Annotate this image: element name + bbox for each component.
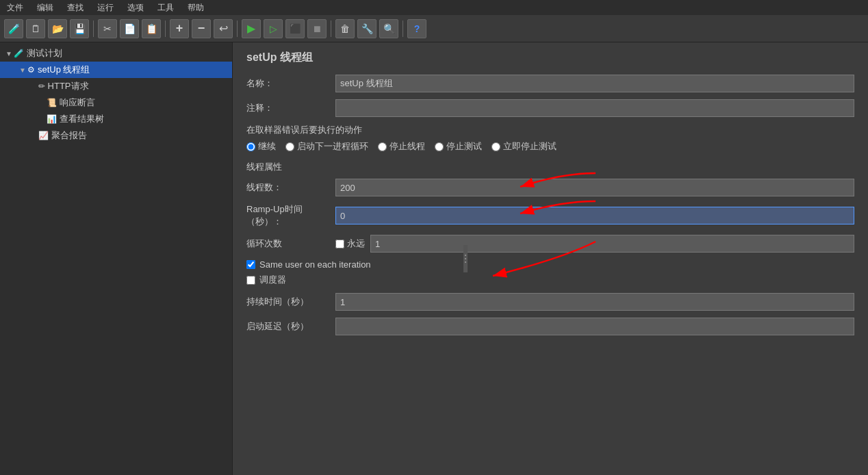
radio-continue[interactable]: 继续 [246,140,276,153]
error-action-radio-group: 继续 启动下一进程循环 停止线程 停止测试 立即停止测试 [246,140,854,153]
main-layout: ▼ 🧪 测试计划 ▼ ⚙ setUp 线程组 ✏ HTTP请求 📜 响应断言 📊… [0,42,868,475]
sep4 [331,21,331,37]
aggregate-report-icon: 📈 [38,131,49,140]
same-user-checkbox[interactable] [246,260,255,269]
error-action-label: 在取样器错误后要执行的动作 [246,124,854,136]
forever-checkbox-label[interactable]: 永远 [335,238,365,250]
duration-input[interactable] [335,293,854,311]
radio-stop-test-now-label: 立即停止测试 [503,140,557,153]
sidebar-resize-handle[interactable] [463,245,468,272]
name-input[interactable] [335,75,854,92]
help-button[interactable]: ? [407,19,426,38]
search-button[interactable]: 🔍 [379,19,398,38]
tree-arrow-aggregate [33,132,37,140]
radio-stop-thread-input[interactable] [378,142,387,151]
remove-button[interactable]: − [192,19,211,38]
thread-count-input[interactable] [335,179,854,196]
radio-stop-thread[interactable]: 停止线程 [378,140,425,153]
save-button[interactable]: 💾 [70,19,89,38]
add-button[interactable]: + [170,19,189,38]
ramp-up-input[interactable] [335,207,854,224]
sep2 [165,21,166,37]
menu-options[interactable]: 选项 [125,2,146,14]
ramp-up-row: Ramp-Up时间（秒）： [246,203,854,228]
clear-button[interactable]: 🗑 [335,19,355,38]
new-test-plan-button[interactable]: 🧪 [4,19,23,38]
startup-delay-input[interactable] [335,318,854,335]
loop-count-input[interactable] [370,235,854,253]
setup-group-icon: ⚙ [27,65,35,75]
sep3 [237,21,238,37]
content-area: setUp 线程组 名称： 注释： 在取样器错误后要执行的动作 继续 启动下一进… [233,42,868,475]
name-label: 名称： [246,77,335,90]
thread-count-row: 线程数： [246,179,854,196]
menu-help[interactable]: 帮助 [185,2,207,14]
radio-stop-thread-label: 停止线程 [390,140,425,153]
tree-arrow-http [33,83,37,90]
same-user-row: Same user on each iteration [246,259,854,270]
menu-file[interactable]: 文件 [4,2,26,14]
radio-stop-test[interactable]: 停止测试 [435,140,482,153]
startup-delay-row: 启动延迟（秒） [246,318,854,335]
comment-input[interactable] [335,99,854,117]
radio-start-next-loop[interactable]: 启动下一进程循环 [285,140,368,153]
undo-button[interactable]: ↩ [214,19,233,38]
same-user-label: Same user on each iteration [259,259,371,270]
scheduler-label: 调度器 [259,274,286,286]
aggregate-report-label: 聚合报告 [51,129,87,142]
name-row: 名称： [246,75,854,92]
radio-continue-input[interactable] [246,142,255,151]
tree-arrow-setup: ▼ [19,66,26,74]
tree-arrow-test-plan: ▼ [5,50,12,57]
menu-tools[interactable]: 工具 [155,2,177,14]
cut-button[interactable]: ✂ [98,19,117,38]
open-button[interactable]: 📂 [48,19,67,38]
startup-delay-label: 启动延迟（秒） [246,320,335,333]
radio-stop-test-input[interactable] [435,142,444,151]
templates-button[interactable]: 🗒 [26,19,45,38]
sidebar-item-aggregate-report[interactable]: 📈 聚合报告 [0,127,232,144]
run-no-pause-button[interactable]: ▷ [264,19,283,38]
sidebar-item-view-results[interactable]: 📊 查看结果树 [0,111,232,127]
forever-label: 永远 [347,238,365,250]
forever-checkbox[interactable] [335,240,344,248]
response-assert-label: 响应断言 [60,97,95,109]
radio-stop-test-label: 停止测试 [446,140,482,153]
comment-row: 注释： [246,99,854,117]
thread-props-header: 线程属性 [246,161,854,173]
function-helper-button[interactable]: 🔧 [357,19,376,38]
ramp-up-label: Ramp-Up时间（秒）： [246,203,335,228]
menu-run[interactable]: 运行 [94,2,116,14]
loop-count-label: 循环次数 [246,238,335,250]
radio-start-next-loop-input[interactable] [285,142,294,151]
sidebar-item-response-assert[interactable]: 📜 响应断言 [0,94,232,111]
view-results-icon: 📊 [47,114,57,124]
sep5 [403,21,403,37]
toolbar: 🧪 🗒 📂 💾 ✂ 📄 📋 + − ↩ ▶ ▷ ⬛ ⏹ 🗑 🔧 🔍 ? [0,15,868,42]
view-results-label: 查看结果树 [60,113,104,125]
menubar: 文件 编辑 查找 运行 选项 工具 帮助 [0,0,868,15]
scheduler-row: 调度器 [246,274,854,286]
run-button[interactable]: ▶ [242,19,261,38]
scheduler-checkbox[interactable] [246,276,255,285]
test-plan-label: 测试计划 [27,47,62,60]
menu-edit[interactable]: 编辑 [34,2,56,14]
stop-all-button[interactable]: ⏹ [307,19,327,38]
loop-count-row: 循环次数 永远 [246,235,854,253]
http-request-label: HTTP请求 [48,80,89,92]
http-request-icon: ✏ [38,81,45,91]
response-assert-icon: 📜 [47,98,57,107]
radio-continue-label: 继续 [258,140,276,153]
duration-label: 持续时间（秒） [246,296,335,308]
sidebar-item-http-request[interactable]: ✏ HTTP请求 [0,78,232,94]
setup-group-label: setUp 线程组 [38,64,90,76]
copy-button[interactable]: 📄 [120,19,139,38]
sidebar: ▼ 🧪 测试计划 ▼ ⚙ setUp 线程组 ✏ HTTP请求 📜 响应断言 📊… [0,42,233,475]
stop-button[interactable]: ⬛ [285,19,305,38]
radio-stop-test-now[interactable]: 立即停止测试 [492,140,557,153]
menu-find[interactable]: 查找 [64,2,86,14]
sidebar-item-setup-group[interactable]: ▼ ⚙ setUp 线程组 [0,62,232,78]
radio-stop-test-now-input[interactable] [492,142,500,151]
sidebar-item-test-plan[interactable]: ▼ 🧪 测试计划 [0,45,232,62]
paste-button[interactable]: 📋 [142,19,161,38]
